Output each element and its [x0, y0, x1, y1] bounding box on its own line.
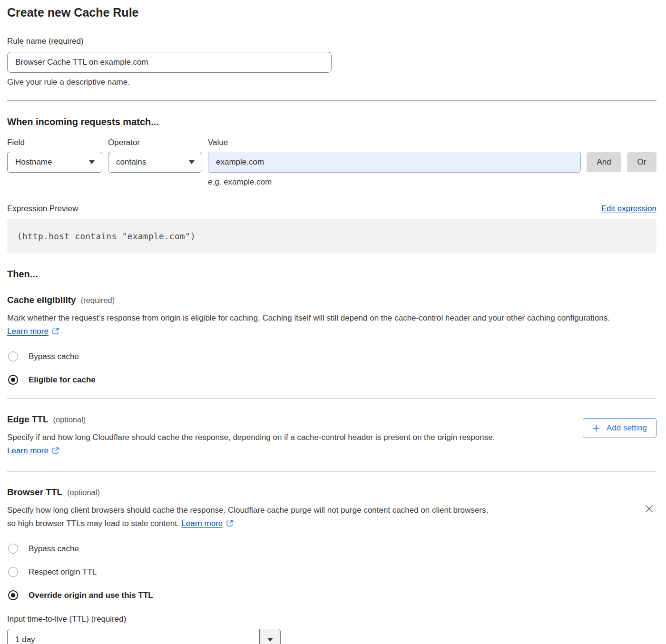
cache-eligibility-qualifier: (required) — [81, 296, 115, 305]
and-button[interactable]: And — [587, 152, 621, 172]
or-button[interactable]: Or — [627, 152, 656, 172]
create-cache-rule-form: Create new Cache Rule Rule name (require… — [0, 0, 666, 644]
plus-icon — [592, 424, 600, 432]
edge-ttl-learn-more-link[interactable]: Learn more — [7, 446, 59, 455]
ttl-select[interactable]: 1 day — [7, 629, 281, 644]
add-setting-button[interactable]: Add setting — [583, 418, 656, 438]
ttl-input-label: Input time-to-live (TTL) (required) — [7, 615, 656, 624]
external-link-icon — [52, 447, 59, 454]
expression-code-block: (http.host contains "example.com") — [7, 219, 656, 254]
operator-select-value: contains — [116, 157, 146, 167]
radio-respect-origin-ttl[interactable]: Respect origin TTL — [7, 567, 656, 577]
section-divider — [7, 100, 656, 101]
match-section-heading: When incoming requests match... — [7, 117, 656, 127]
field-select[interactable]: Hostname — [7, 152, 102, 173]
expression-preview-row: Expression Preview Edit expression — [7, 204, 656, 214]
spacer — [587, 138, 621, 152]
radio-circle — [8, 590, 18, 600]
value-label: Value — [208, 138, 581, 152]
edge-ttl-title: Edge TTL — [7, 414, 49, 425]
cache-eligibility-heading: Cache eligibility (required) — [7, 295, 656, 305]
match-condition-row: Field Operator Value Hostname contains A… — [7, 138, 656, 187]
radio-circle — [8, 544, 18, 554]
section-divider — [7, 471, 656, 472]
close-icon — [645, 504, 654, 513]
radio-circle — [8, 351, 18, 361]
radio-override-origin-ttl[interactable]: Override origin and use this TTL — [7, 590, 656, 600]
cache-eligibility-options: Bypass cache Eligible for cache — [7, 351, 656, 385]
radio-eligible-for-cache[interactable]: Eligible for cache — [7, 375, 656, 385]
field-select-value: Hostname — [15, 157, 52, 167]
browser-ttl-description: Specify how long client browsers should … — [7, 504, 492, 530]
browser-ttl-qualifier: (optional) — [67, 488, 100, 497]
page-title: Create new Cache Rule — [7, 6, 656, 20]
ttl-select-value: 1 day — [8, 629, 259, 644]
browser-ttl-section: Browser TTL (optional) Specify how long … — [7, 487, 656, 644]
browser-ttl-learn-more-link[interactable]: Learn more — [181, 519, 234, 528]
external-link-icon — [226, 519, 234, 527]
edge-ttl-description: Specify if and how long Cloudflare shoul… — [7, 431, 502, 458]
chevron-down-icon — [189, 160, 195, 164]
spacer — [627, 138, 656, 152]
edit-expression-link[interactable]: Edit expression — [601, 204, 656, 214]
chevron-down-icon — [267, 638, 273, 642]
radio-bypass-cache[interactable]: Bypass cache — [7, 351, 656, 361]
radio-circle — [8, 375, 18, 385]
field-label: Field — [7, 138, 102, 152]
ttl-select-caret-box[interactable] — [259, 629, 280, 644]
rule-name-label: Rule name (required) — [7, 37, 656, 46]
edge-ttl-content: Edge TTL (optional) Specify if and how l… — [7, 399, 502, 458]
operator-select[interactable]: contains — [108, 152, 202, 173]
browser-ttl-heading: Browser TTL (optional) — [7, 487, 656, 498]
cache-eligibility-title: Cache eligibility — [7, 295, 76, 305]
rule-name-input[interactable] — [7, 52, 332, 73]
chevron-down-icon — [89, 160, 95, 164]
cache-eligibility-learn-more-link[interactable]: Learn more — [7, 327, 59, 336]
remove-browser-ttl-button[interactable] — [643, 502, 656, 515]
browser-ttl-title: Browser TTL — [7, 487, 62, 498]
radio-circle — [8, 567, 18, 577]
expression-code: (http.host contains "example.com") — [17, 232, 196, 241]
edge-ttl-section: Edge TTL (optional) Specify if and how l… — [7, 399, 656, 458]
operator-label: Operator — [108, 138, 202, 152]
edge-ttl-qualifier: (optional) — [53, 415, 86, 424]
edge-ttl-heading: Edge TTL (optional) — [7, 414, 502, 425]
browser-ttl-options: Bypass cache Respect origin TTL Override… — [7, 544, 656, 600]
value-helper: e.g. example.com — [208, 177, 581, 187]
rule-name-helper: Give your rule a descriptive name. — [7, 78, 656, 87]
expression-preview-label: Expression Preview — [7, 204, 78, 214]
value-input[interactable] — [208, 152, 581, 173]
then-heading: Then... — [7, 269, 656, 280]
radio-bypass-cache[interactable]: Bypass cache — [7, 544, 656, 554]
cache-eligibility-description: Mark whether the request’s response from… — [7, 312, 640, 338]
external-link-icon — [52, 327, 59, 335]
